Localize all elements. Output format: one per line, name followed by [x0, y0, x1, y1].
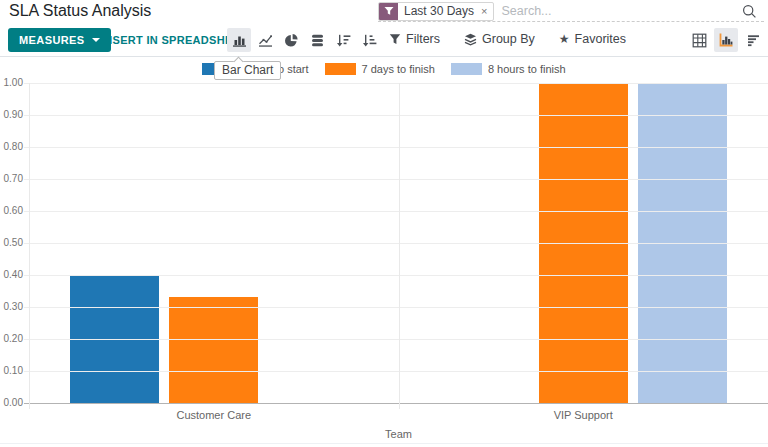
group-by-icon	[464, 33, 477, 46]
y-tick-label: 0.20	[0, 333, 23, 344]
stacked-icon[interactable]	[305, 28, 329, 52]
group-by-label: Group By	[482, 32, 535, 46]
search-icon[interactable]	[738, 4, 764, 19]
y-tick-label: 0.30	[0, 301, 23, 312]
sort-descending-icon[interactable]	[331, 28, 355, 52]
legend-swatch	[325, 63, 356, 75]
chart-type-buttons	[227, 28, 381, 52]
gridline	[24, 83, 768, 84]
x-axis-labels: Customer CareVIP Support	[29, 409, 768, 421]
remove-facet-icon[interactable]: ×	[480, 3, 493, 20]
pie-chart-icon[interactable]	[279, 28, 303, 52]
legend-swatch	[451, 63, 482, 75]
y-tick-label: 0.10	[0, 365, 23, 376]
gridline	[24, 179, 768, 180]
search-facet[interactable]: Last 30 Days ×	[378, 2, 494, 21]
chart-area: 2 days to start7 days to finish8 hours t…	[0, 57, 768, 447]
measures-label: MEASURES	[19, 34, 85, 46]
category-separator-line	[29, 83, 30, 409]
page-title: SLA Status Analysis	[9, 2, 151, 20]
plot-area	[29, 83, 768, 403]
legend-label: 8 hours to finish	[488, 63, 566, 75]
search-input[interactable]	[494, 4, 738, 18]
star-icon: ★	[559, 33, 570, 45]
y-axis-labels: 1.000.900.800.700.600.500.400.300.200.10…	[0, 57, 23, 447]
x-tick-label-vip-support: VIP Support	[399, 409, 768, 421]
gridline	[24, 275, 768, 276]
y-tick-label: 0.40	[0, 269, 23, 280]
cohort-view-icon[interactable]	[741, 28, 765, 52]
filter-facet-icon	[379, 3, 398, 20]
bar-chart-tooltip: Bar Chart	[214, 61, 281, 80]
gridline	[24, 339, 768, 340]
gridline	[24, 371, 768, 372]
legend-item-7-days-to-finish[interactable]: 7 days to finish	[325, 63, 435, 75]
gridline	[24, 147, 768, 148]
top-bar: SLA Status Analysis Last 30 Days ×	[0, 0, 768, 23]
pivot-view-icon[interactable]	[687, 28, 711, 52]
favorites-label: Favorites	[575, 32, 626, 46]
y-tick-label: 0.60	[0, 205, 23, 216]
bar-7-days-to-finish-customer-care[interactable]	[169, 297, 258, 403]
measures-button[interactable]: MEASURES	[8, 28, 111, 52]
x-axis-baseline	[24, 403, 768, 404]
gridline	[24, 307, 768, 308]
chart-legend: 2 days to start7 days to finish8 hours t…	[0, 63, 768, 75]
y-tick-label: 0.90	[0, 109, 23, 120]
gridline	[24, 243, 768, 244]
category-separator-line	[399, 83, 400, 409]
y-tick-label: 1.00	[0, 77, 23, 88]
search-options: Filters Group By ★ Favorites	[389, 32, 626, 46]
group-by-button[interactable]: Group By	[464, 32, 535, 46]
x-axis-title: Team	[29, 428, 768, 440]
gridline	[24, 115, 768, 116]
line-chart-icon[interactable]	[253, 28, 277, 52]
tooltip-label: Bar Chart	[222, 63, 273, 77]
view-switcher	[687, 28, 765, 52]
y-tick-label: 0.00	[0, 397, 23, 408]
facet-label: Last 30 Days	[398, 3, 480, 20]
y-tick-label: 0.70	[0, 173, 23, 184]
gridline	[24, 211, 768, 212]
legend-label: 7 days to finish	[362, 63, 435, 75]
filters-label: Filters	[406, 32, 440, 46]
bottom-divider	[0, 443, 768, 444]
favorites-button[interactable]: ★ Favorites	[559, 32, 626, 46]
insert-in-spreadsheet-button[interactable]: INSERT IN SPREADSHEET	[101, 34, 247, 46]
filters-button[interactable]: Filters	[389, 32, 440, 46]
y-tick-label: 0.50	[0, 237, 23, 248]
y-tick-label: 0.80	[0, 141, 23, 152]
search-bar[interactable]: Last 30 Days ×	[378, 1, 764, 22]
sort-ascending-icon[interactable]	[357, 28, 381, 52]
filter-icon	[389, 33, 401, 45]
x-tick-label-customer-care: Customer Care	[29, 409, 399, 421]
graph-view-icon[interactable]	[714, 28, 738, 52]
control-toolbar: MEASURES INSERT IN SPREADSHEET	[0, 23, 768, 57]
legend-item-8-hours-to-finish[interactable]: 8 hours to finish	[451, 63, 566, 75]
bar-chart-icon[interactable]	[227, 28, 251, 52]
sla-status-analysis-page: SLA Status Analysis Last 30 Days × MEASU…	[0, 0, 768, 447]
chevron-down-icon	[92, 38, 100, 42]
